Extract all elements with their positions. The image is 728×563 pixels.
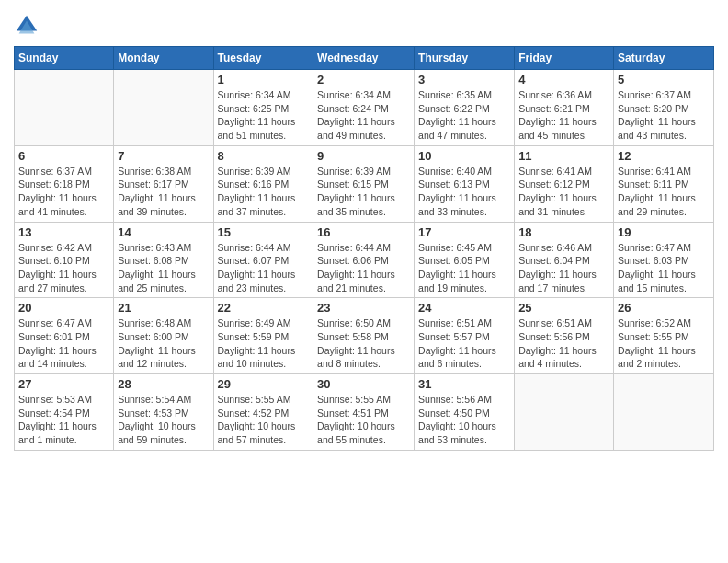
day-number: 26 — [618, 301, 710, 315]
calendar-cell: 24Sunrise: 6:51 AM Sunset: 5:57 PM Dayli… — [415, 298, 515, 374]
calendar-cell — [515, 374, 614, 451]
calendar-week-row: 13Sunrise: 6:42 AM Sunset: 6:10 PM Dayli… — [15, 222, 714, 298]
day-number: 21 — [118, 301, 209, 315]
day-info: Sunrise: 6:41 AM Sunset: 6:11 PM Dayligh… — [618, 165, 710, 219]
day-header-saturday: Saturday — [614, 47, 714, 70]
calendar-cell: 18Sunrise: 6:46 AM Sunset: 6:04 PM Dayli… — [515, 222, 614, 298]
day-number: 28 — [118, 377, 209, 391]
day-number: 16 — [317, 225, 410, 239]
day-header-monday: Monday — [114, 47, 213, 70]
day-info: Sunrise: 5:55 AM Sunset: 4:52 PM Dayligh… — [218, 393, 310, 447]
day-info: Sunrise: 6:37 AM Sunset: 6:20 PM Dayligh… — [618, 88, 710, 143]
calendar-cell: 28Sunrise: 5:54 AM Sunset: 4:53 PM Dayli… — [114, 374, 213, 451]
day-number: 12 — [618, 149, 710, 163]
day-number: 8 — [218, 149, 310, 163]
day-info: Sunrise: 6:46 AM Sunset: 6:04 PM Dayligh… — [518, 241, 609, 295]
calendar-header-row: SundayMondayTuesdayWednesdayThursdayFrid… — [15, 47, 714, 70]
day-number: 17 — [418, 225, 510, 239]
day-info: Sunrise: 6:47 AM Sunset: 6:01 PM Dayligh… — [18, 316, 109, 371]
day-info: Sunrise: 5:55 AM Sunset: 4:51 PM Dayligh… — [317, 393, 410, 447]
calendar-cell: 31Sunrise: 5:56 AM Sunset: 4:50 PM Dayli… — [415, 374, 515, 451]
day-number: 13 — [18, 225, 109, 239]
day-info: Sunrise: 6:49 AM Sunset: 5:59 PM Dayligh… — [218, 316, 310, 371]
day-number: 9 — [317, 149, 410, 163]
calendar-cell: 19Sunrise: 6:47 AM Sunset: 6:03 PM Dayli… — [614, 222, 714, 298]
calendar-cell: 8Sunrise: 6:39 AM Sunset: 6:16 PM Daylig… — [213, 145, 313, 222]
calendar-cell: 13Sunrise: 6:42 AM Sunset: 6:10 PM Dayli… — [15, 222, 114, 298]
day-info: Sunrise: 6:44 AM Sunset: 6:07 PM Dayligh… — [218, 241, 310, 295]
calendar-week-row: 27Sunrise: 5:53 AM Sunset: 4:54 PM Dayli… — [15, 374, 714, 451]
calendar-cell: 10Sunrise: 6:40 AM Sunset: 6:13 PM Dayli… — [415, 145, 515, 222]
calendar-cell: 25Sunrise: 6:51 AM Sunset: 5:56 PM Dayli… — [515, 298, 614, 374]
calendar-week-row: 20Sunrise: 6:47 AM Sunset: 6:01 PM Dayli… — [15, 298, 714, 374]
calendar-cell: 4Sunrise: 6:36 AM Sunset: 6:21 PM Daylig… — [515, 70, 614, 146]
calendar-cell: 17Sunrise: 6:45 AM Sunset: 6:05 PM Dayli… — [415, 222, 515, 298]
calendar-cell — [114, 70, 213, 146]
calendar-cell: 20Sunrise: 6:47 AM Sunset: 6:01 PM Dayli… — [15, 298, 114, 374]
calendar-week-row: 6Sunrise: 6:37 AM Sunset: 6:18 PM Daylig… — [15, 145, 714, 222]
day-info: Sunrise: 6:37 AM Sunset: 6:18 PM Dayligh… — [18, 165, 109, 219]
calendar-table: SundayMondayTuesdayWednesdayThursdayFrid… — [14, 46, 714, 451]
calendar-cell: 27Sunrise: 5:53 AM Sunset: 4:54 PM Dayli… — [15, 374, 114, 451]
day-number: 20 — [18, 301, 109, 315]
day-number: 25 — [518, 301, 609, 315]
day-info: Sunrise: 6:34 AM Sunset: 6:25 PM Dayligh… — [218, 88, 310, 143]
day-number: 4 — [518, 73, 609, 86]
calendar-cell: 11Sunrise: 6:41 AM Sunset: 6:12 PM Dayli… — [515, 145, 614, 222]
calendar-cell: 16Sunrise: 6:44 AM Sunset: 6:06 PM Dayli… — [313, 222, 415, 298]
day-info: Sunrise: 6:39 AM Sunset: 6:15 PM Dayligh… — [317, 165, 410, 219]
day-info: Sunrise: 6:40 AM Sunset: 6:13 PM Dayligh… — [418, 165, 510, 219]
day-info: Sunrise: 6:41 AM Sunset: 6:12 PM Dayligh… — [518, 165, 609, 219]
day-number: 19 — [618, 225, 710, 239]
day-info: Sunrise: 6:50 AM Sunset: 5:58 PM Dayligh… — [317, 316, 410, 371]
day-info: Sunrise: 6:43 AM Sunset: 6:08 PM Dayligh… — [118, 241, 209, 295]
header — [14, 9, 714, 39]
calendar-cell: 3Sunrise: 6:35 AM Sunset: 6:22 PM Daylig… — [415, 70, 515, 146]
day-info: Sunrise: 6:42 AM Sunset: 6:10 PM Dayligh… — [18, 241, 109, 295]
day-number: 10 — [418, 149, 510, 163]
day-number: 27 — [18, 377, 109, 391]
calendar-cell: 26Sunrise: 6:52 AM Sunset: 5:55 PM Dayli… — [614, 298, 714, 374]
calendar-cell — [15, 70, 114, 146]
day-header-wednesday: Wednesday — [313, 47, 415, 70]
day-info: Sunrise: 6:39 AM Sunset: 6:16 PM Dayligh… — [218, 165, 310, 219]
logo — [14, 13, 41, 39]
day-info: Sunrise: 5:56 AM Sunset: 4:50 PM Dayligh… — [418, 393, 510, 447]
day-number: 11 — [518, 149, 609, 163]
calendar-cell: 22Sunrise: 6:49 AM Sunset: 5:59 PM Dayli… — [213, 298, 313, 374]
calendar-cell: 9Sunrise: 6:39 AM Sunset: 6:15 PM Daylig… — [313, 145, 415, 222]
calendar-cell: 7Sunrise: 6:38 AM Sunset: 6:17 PM Daylig… — [114, 145, 213, 222]
day-info: Sunrise: 5:54 AM Sunset: 4:53 PM Dayligh… — [118, 393, 209, 447]
calendar-cell: 29Sunrise: 5:55 AM Sunset: 4:52 PM Dayli… — [213, 374, 313, 451]
day-info: Sunrise: 6:51 AM Sunset: 5:56 PM Dayligh… — [518, 316, 609, 371]
logo-icon — [14, 13, 40, 39]
day-number: 22 — [218, 301, 310, 315]
day-number: 15 — [218, 225, 310, 239]
calendar-cell: 14Sunrise: 6:43 AM Sunset: 6:08 PM Dayli… — [114, 222, 213, 298]
day-info: Sunrise: 6:34 AM Sunset: 6:24 PM Dayligh… — [317, 88, 410, 143]
day-header-tuesday: Tuesday — [213, 47, 313, 70]
day-header-friday: Friday — [515, 47, 614, 70]
day-info: Sunrise: 6:47 AM Sunset: 6:03 PM Dayligh… — [618, 241, 710, 295]
calendar-cell: 23Sunrise: 6:50 AM Sunset: 5:58 PM Dayli… — [313, 298, 415, 374]
calendar-cell: 6Sunrise: 6:37 AM Sunset: 6:18 PM Daylig… — [15, 145, 114, 222]
day-info: Sunrise: 6:52 AM Sunset: 5:55 PM Dayligh… — [618, 316, 710, 371]
day-info: Sunrise: 6:35 AM Sunset: 6:22 PM Dayligh… — [418, 88, 510, 143]
day-info: Sunrise: 6:38 AM Sunset: 6:17 PM Dayligh… — [118, 165, 209, 219]
day-info: Sunrise: 6:36 AM Sunset: 6:21 PM Dayligh… — [518, 88, 609, 143]
calendar-cell: 21Sunrise: 6:48 AM Sunset: 6:00 PM Dayli… — [114, 298, 213, 374]
day-number: 3 — [418, 73, 510, 86]
page: SundayMondayTuesdayWednesdayThursdayFrid… — [0, 0, 728, 563]
day-info: Sunrise: 6:51 AM Sunset: 5:57 PM Dayligh… — [418, 316, 510, 371]
day-header-thursday: Thursday — [415, 47, 515, 70]
day-number: 31 — [418, 377, 510, 391]
day-number: 6 — [18, 149, 109, 163]
day-number: 30 — [317, 377, 410, 391]
calendar-week-row: 1Sunrise: 6:34 AM Sunset: 6:25 PM Daylig… — [15, 70, 714, 146]
calendar-cell: 2Sunrise: 6:34 AM Sunset: 6:24 PM Daylig… — [313, 70, 415, 146]
calendar-cell: 5Sunrise: 6:37 AM Sunset: 6:20 PM Daylig… — [614, 70, 714, 146]
calendar-cell: 15Sunrise: 6:44 AM Sunset: 6:07 PM Dayli… — [213, 222, 313, 298]
day-number: 7 — [118, 149, 209, 163]
day-number: 24 — [418, 301, 510, 315]
day-info: Sunrise: 5:53 AM Sunset: 4:54 PM Dayligh… — [18, 393, 109, 447]
